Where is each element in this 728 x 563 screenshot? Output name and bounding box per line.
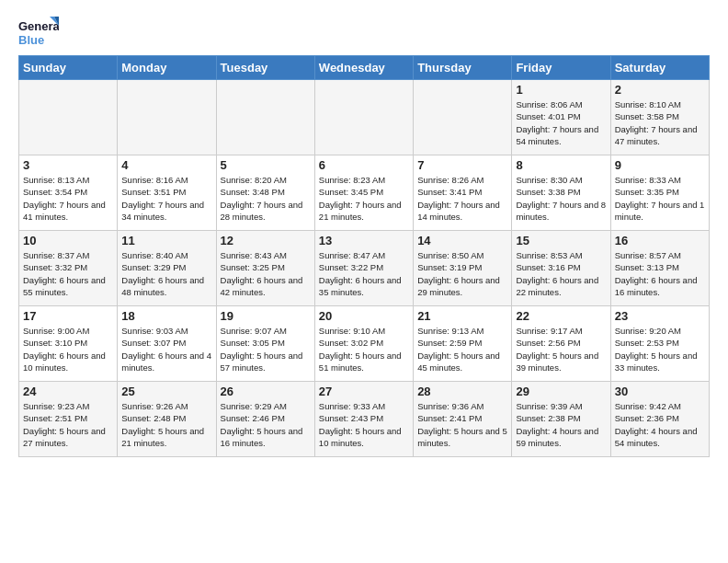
day-cell <box>118 80 216 155</box>
day-cell: 24Sunrise: 9:23 AM Sunset: 2:51 PM Dayli… <box>19 382 118 457</box>
day-cell: 8Sunrise: 8:30 AM Sunset: 3:38 PM Daylig… <box>512 155 610 231</box>
day-number: 21 <box>417 309 507 323</box>
day-cell: 14Sunrise: 8:50 AM Sunset: 3:19 PM Dayli… <box>414 231 512 306</box>
day-cell: 21Sunrise: 9:13 AM Sunset: 2:59 PM Dayli… <box>414 306 512 382</box>
day-cell: 12Sunrise: 8:43 AM Sunset: 3:25 PM Dayli… <box>216 231 314 306</box>
day-cell: 2Sunrise: 8:10 AM Sunset: 3:58 PM Daylig… <box>610 80 709 155</box>
day-info: Sunrise: 8:06 AM Sunset: 4:01 PM Dayligh… <box>516 98 606 147</box>
week-row-2: 3Sunrise: 8:13 AM Sunset: 3:54 PM Daylig… <box>19 155 710 231</box>
day-header-tuesday: Tuesday <box>216 56 314 80</box>
day-cell: 27Sunrise: 9:33 AM Sunset: 2:43 PM Dayli… <box>314 382 413 457</box>
day-cell <box>314 80 413 155</box>
day-info: Sunrise: 8:37 AM Sunset: 3:32 PM Dayligh… <box>23 249 113 298</box>
day-cell <box>216 80 314 155</box>
week-row-4: 17Sunrise: 9:00 AM Sunset: 3:10 PM Dayli… <box>19 306 710 382</box>
day-header-friday: Friday <box>512 56 610 80</box>
calendar-page: General Blue SundayMondayTuesdayWednesda… <box>0 0 728 466</box>
day-number: 28 <box>417 385 507 398</box>
day-number: 13 <box>319 234 409 247</box>
day-cell: 16Sunrise: 8:57 AM Sunset: 3:13 PM Dayli… <box>610 231 709 306</box>
day-cell: 26Sunrise: 9:29 AM Sunset: 2:46 PM Dayli… <box>216 382 314 457</box>
day-info: Sunrise: 9:23 AM Sunset: 2:51 PM Dayligh… <box>23 400 113 449</box>
day-cell: 6Sunrise: 8:23 AM Sunset: 3:45 PM Daylig… <box>314 155 413 231</box>
day-number: 22 <box>516 309 606 323</box>
day-info: Sunrise: 9:03 AM Sunset: 3:07 PM Dayligh… <box>121 325 211 373</box>
day-header-sunday: Sunday <box>19 56 118 80</box>
day-cell <box>19 80 118 155</box>
day-number: 6 <box>319 158 409 172</box>
day-cell: 10Sunrise: 8:37 AM Sunset: 3:32 PM Dayli… <box>19 231 118 306</box>
day-number: 19 <box>221 309 311 323</box>
day-number: 5 <box>221 158 311 172</box>
day-info: Sunrise: 9:20 AM Sunset: 2:53 PM Dayligh… <box>615 325 705 373</box>
day-number: 20 <box>319 309 409 323</box>
day-header-wednesday: Wednesday <box>314 56 413 80</box>
day-info: Sunrise: 9:10 AM Sunset: 3:02 PM Dayligh… <box>319 325 409 373</box>
day-number: 7 <box>417 158 507 172</box>
day-number: 26 <box>221 385 311 398</box>
logo-svg: General Blue <box>18 15 59 50</box>
day-cell: 20Sunrise: 9:10 AM Sunset: 3:02 PM Dayli… <box>314 306 413 382</box>
day-info: Sunrise: 8:53 AM Sunset: 3:16 PM Dayligh… <box>516 249 606 298</box>
day-info: Sunrise: 9:00 AM Sunset: 3:10 PM Dayligh… <box>23 325 113 373</box>
week-row-3: 10Sunrise: 8:37 AM Sunset: 3:32 PM Dayli… <box>19 231 710 306</box>
week-row-5: 24Sunrise: 9:23 AM Sunset: 2:51 PM Dayli… <box>19 382 710 457</box>
day-number: 3 <box>23 158 113 172</box>
day-info: Sunrise: 8:40 AM Sunset: 3:29 PM Dayligh… <box>121 249 211 298</box>
day-info: Sunrise: 9:17 AM Sunset: 2:56 PM Dayligh… <box>516 325 606 373</box>
day-number: 23 <box>615 309 705 323</box>
day-number: 1 <box>516 83 606 97</box>
day-cell: 7Sunrise: 8:26 AM Sunset: 3:41 PM Daylig… <box>414 155 512 231</box>
day-number: 8 <box>516 158 606 172</box>
day-info: Sunrise: 9:29 AM Sunset: 2:46 PM Dayligh… <box>221 400 311 449</box>
day-cell: 9Sunrise: 8:33 AM Sunset: 3:35 PM Daylig… <box>610 155 709 231</box>
day-number: 10 <box>23 234 113 247</box>
day-cell: 11Sunrise: 8:40 AM Sunset: 3:29 PM Dayli… <box>118 231 216 306</box>
day-info: Sunrise: 8:16 AM Sunset: 3:51 PM Dayligh… <box>121 174 211 223</box>
day-info: Sunrise: 9:13 AM Sunset: 2:59 PM Dayligh… <box>417 325 507 373</box>
day-cell: 4Sunrise: 8:16 AM Sunset: 3:51 PM Daylig… <box>118 155 216 231</box>
day-cell: 25Sunrise: 9:26 AM Sunset: 2:48 PM Dayli… <box>118 382 216 457</box>
day-number: 12 <box>221 234 311 247</box>
day-cell: 30Sunrise: 9:42 AM Sunset: 2:36 PM Dayli… <box>610 382 709 457</box>
day-number: 27 <box>319 385 409 398</box>
day-info: Sunrise: 8:10 AM Sunset: 3:58 PM Dayligh… <box>615 98 705 147</box>
day-info: Sunrise: 9:33 AM Sunset: 2:43 PM Dayligh… <box>319 400 409 449</box>
day-number: 2 <box>615 83 705 97</box>
day-info: Sunrise: 9:36 AM Sunset: 2:41 PM Dayligh… <box>417 400 507 449</box>
day-info: Sunrise: 9:39 AM Sunset: 2:38 PM Dayligh… <box>516 400 606 449</box>
day-number: 30 <box>615 385 705 398</box>
day-number: 11 <box>121 234 211 247</box>
day-cell: 18Sunrise: 9:03 AM Sunset: 3:07 PM Dayli… <box>118 306 216 382</box>
day-info: Sunrise: 9:07 AM Sunset: 3:05 PM Dayligh… <box>221 325 311 373</box>
day-cell: 13Sunrise: 8:47 AM Sunset: 3:22 PM Dayli… <box>314 231 413 306</box>
day-number: 25 <box>121 385 211 398</box>
day-cell: 5Sunrise: 8:20 AM Sunset: 3:48 PM Daylig… <box>216 155 314 231</box>
day-info: Sunrise: 9:42 AM Sunset: 2:36 PM Dayligh… <box>615 400 705 449</box>
day-cell: 22Sunrise: 9:17 AM Sunset: 2:56 PM Dayli… <box>512 306 610 382</box>
day-info: Sunrise: 9:26 AM Sunset: 2:48 PM Dayligh… <box>121 400 211 449</box>
day-info: Sunrise: 8:47 AM Sunset: 3:22 PM Dayligh… <box>319 249 409 298</box>
calendar-table: SundayMondayTuesdayWednesdayThursdayFrid… <box>18 55 710 457</box>
day-header-thursday: Thursday <box>414 56 512 80</box>
day-number: 18 <box>121 309 211 323</box>
day-headers: SundayMondayTuesdayWednesdayThursdayFrid… <box>19 56 710 80</box>
week-row-1: 1Sunrise: 8:06 AM Sunset: 4:01 PM Daylig… <box>19 80 710 155</box>
logo: General Blue <box>18 15 59 50</box>
day-info: Sunrise: 8:43 AM Sunset: 3:25 PM Dayligh… <box>221 249 311 298</box>
day-header-saturday: Saturday <box>610 56 709 80</box>
day-number: 9 <box>615 158 705 172</box>
day-info: Sunrise: 8:23 AM Sunset: 3:45 PM Dayligh… <box>319 174 409 223</box>
day-cell: 19Sunrise: 9:07 AM Sunset: 3:05 PM Dayli… <box>216 306 314 382</box>
day-number: 15 <box>516 234 606 247</box>
day-number: 4 <box>121 158 211 172</box>
day-header-monday: Monday <box>118 56 216 80</box>
day-cell: 23Sunrise: 9:20 AM Sunset: 2:53 PM Dayli… <box>610 306 709 382</box>
day-cell: 29Sunrise: 9:39 AM Sunset: 2:38 PM Dayli… <box>512 382 610 457</box>
day-cell: 15Sunrise: 8:53 AM Sunset: 3:16 PM Dayli… <box>512 231 610 306</box>
day-number: 24 <box>23 385 113 398</box>
svg-text:Blue: Blue <box>18 33 44 47</box>
day-info: Sunrise: 8:26 AM Sunset: 3:41 PM Dayligh… <box>417 174 507 223</box>
svg-text:General: General <box>18 19 59 33</box>
day-number: 14 <box>417 234 507 247</box>
